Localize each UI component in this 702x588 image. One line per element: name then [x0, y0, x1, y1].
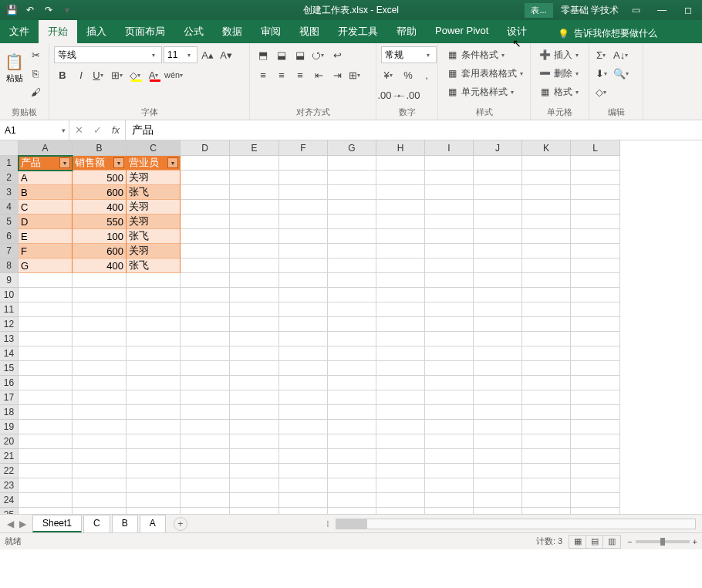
- qat-dropdown-icon[interactable]: ▾: [60, 3, 74, 17]
- tab-插入[interactable]: 插入: [77, 20, 116, 43]
- decrease-decimal-icon[interactable]: ←.00: [400, 86, 417, 103]
- cell-H9[interactable]: [376, 273, 425, 288]
- cell-F15[interactable]: [279, 361, 328, 376]
- cell-K3[interactable]: [522, 185, 571, 200]
- cell-E2[interactable]: [230, 171, 279, 185]
- cell-D8[interactable]: [181, 259, 230, 273]
- cell-H22[interactable]: [376, 464, 425, 478]
- row-header-22[interactable]: 22: [0, 464, 19, 478]
- cell-E22[interactable]: [230, 464, 279, 478]
- cell-E5[interactable]: [230, 215, 279, 229]
- sheet-tab-A[interactable]: A: [140, 515, 166, 532]
- cell-C9[interactable]: [127, 273, 181, 288]
- cell-I15[interactable]: [425, 361, 474, 376]
- cell-J19[interactable]: [474, 420, 522, 434]
- cell-B17[interactable]: [73, 390, 127, 405]
- cell-K13[interactable]: [522, 332, 571, 346]
- cell-K22[interactable]: [522, 464, 571, 478]
- cell-H17[interactable]: [376, 390, 425, 405]
- cell-F19[interactable]: [279, 420, 328, 434]
- cell-D3[interactable]: [181, 185, 230, 200]
- cell-G2[interactable]: [328, 171, 376, 185]
- cell-L8[interactable]: [571, 259, 620, 273]
- cell-B16[interactable]: [73, 376, 127, 390]
- cell-J6[interactable]: [474, 229, 522, 244]
- cell-B12[interactable]: [73, 317, 127, 332]
- cell-G21[interactable]: [328, 449, 376, 464]
- cell-H19[interactable]: [376, 420, 425, 434]
- cells-area[interactable]: 产品▾销售额▾营业员▾A500关羽B600张飞C400关羽D550关羽E100张…: [19, 156, 620, 514]
- cell-I5[interactable]: [425, 215, 474, 229]
- fill-icon[interactable]: ⬇▾: [594, 65, 611, 82]
- row-header-15[interactable]: 15: [0, 361, 19, 376]
- cell-K12[interactable]: [522, 317, 571, 332]
- cell-G9[interactable]: [328, 273, 376, 288]
- cell-K4[interactable]: [522, 200, 571, 215]
- page-break-view-icon[interactable]: ▥: [603, 536, 620, 548]
- cell-F7[interactable]: [279, 244, 328, 259]
- cell-E8[interactable]: [230, 259, 279, 273]
- cell-C25[interactable]: [127, 508, 181, 514]
- cell-A25[interactable]: [19, 508, 73, 514]
- cell-F14[interactable]: [279, 346, 328, 361]
- cell-H21[interactable]: [376, 449, 425, 464]
- cell-I21[interactable]: [425, 449, 474, 464]
- cell-E13[interactable]: [230, 332, 279, 346]
- comma-icon[interactable]: ,: [418, 66, 435, 83]
- row-header-19[interactable]: 19: [0, 420, 19, 434]
- add-sheet-button[interactable]: +: [174, 517, 187, 531]
- sheet-prev-icon[interactable]: ◀: [5, 519, 15, 529]
- cell-G22[interactable]: [328, 464, 376, 478]
- cell-L3[interactable]: [571, 185, 620, 200]
- cell-L12[interactable]: [571, 317, 620, 332]
- cell-G12[interactable]: [328, 317, 376, 332]
- cell-F3[interactable]: [279, 185, 328, 200]
- cell-G19[interactable]: [328, 420, 376, 434]
- cell-D12[interactable]: [181, 317, 230, 332]
- cell-H18[interactable]: [376, 405, 425, 420]
- cell-A10[interactable]: [19, 288, 73, 302]
- cell-H8[interactable]: [376, 259, 425, 273]
- cell-A15[interactable]: [19, 361, 73, 376]
- cell-D6[interactable]: [181, 229, 230, 244]
- cell-D22[interactable]: [181, 464, 230, 478]
- sort-filter-icon[interactable]: A↓▾: [613, 46, 629, 63]
- find-icon[interactable]: 🔍▾: [613, 65, 629, 82]
- cell-C7[interactable]: 关羽: [127, 244, 181, 259]
- cell-D23[interactable]: [181, 478, 230, 493]
- cell-D9[interactable]: [181, 273, 230, 288]
- wrap-text-icon[interactable]: ↩: [329, 46, 346, 63]
- cell-B11[interactable]: [73, 302, 127, 317]
- cell-H15[interactable]: [376, 361, 425, 376]
- cell-J1[interactable]: [474, 156, 522, 171]
- cell-E15[interactable]: [230, 361, 279, 376]
- cell-D13[interactable]: [181, 332, 230, 346]
- clear-icon[interactable]: ◇▾: [594, 83, 611, 100]
- cell-D24[interactable]: [181, 493, 230, 508]
- filter-dropdown-icon[interactable]: ▾: [59, 157, 70, 168]
- cell-J3[interactable]: [474, 185, 522, 200]
- cell-J21[interactable]: [474, 449, 522, 464]
- cell-J15[interactable]: [474, 361, 522, 376]
- cell-I7[interactable]: [425, 244, 474, 259]
- cell-B25[interactable]: [73, 508, 127, 514]
- cell-E18[interactable]: [230, 405, 279, 420]
- cell-L10[interactable]: [571, 288, 620, 302]
- cell-I11[interactable]: [425, 302, 474, 317]
- cell-F18[interactable]: [279, 405, 328, 420]
- cell-G17[interactable]: [328, 390, 376, 405]
- cell-E19[interactable]: [230, 420, 279, 434]
- format-cells-button[interactable]: ▦格式▾: [535, 83, 585, 100]
- tab-帮助[interactable]: 帮助: [387, 20, 426, 43]
- fill-color-button[interactable]: ◇▾: [128, 66, 145, 83]
- cell-I14[interactable]: [425, 346, 474, 361]
- cell-A6[interactable]: E: [19, 229, 73, 244]
- cell-K25[interactable]: [522, 508, 571, 514]
- cell-B24[interactable]: [73, 493, 127, 508]
- cell-A14[interactable]: [19, 346, 73, 361]
- cell-L21[interactable]: [571, 449, 620, 464]
- cell-C13[interactable]: [127, 332, 181, 346]
- row-header-3[interactable]: 3: [0, 185, 19, 200]
- cell-D10[interactable]: [181, 288, 230, 302]
- conditional-format-button[interactable]: ▦条件格式▾: [443, 46, 511, 63]
